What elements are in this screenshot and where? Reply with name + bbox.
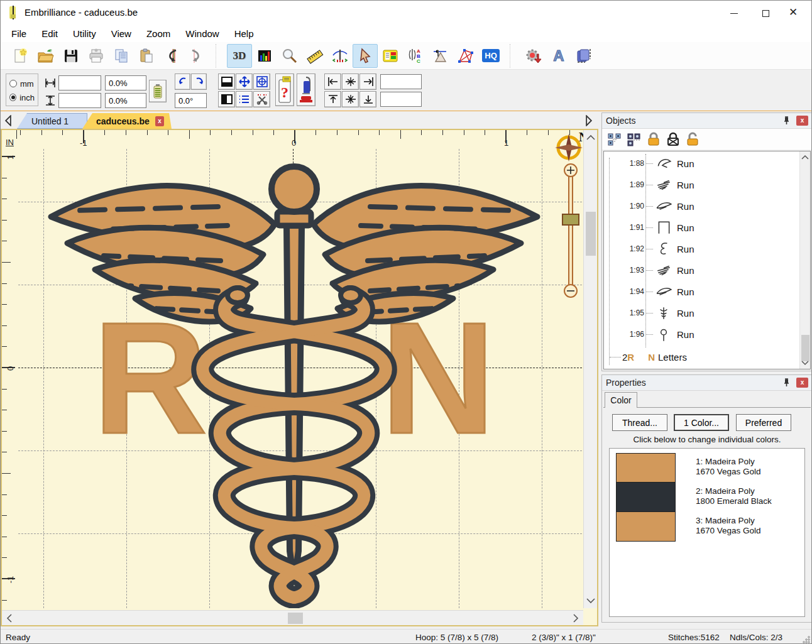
- objects-list[interactable]: 1:88Run1:89Run1:90Run1:91Run1:92Run1:93R…: [603, 151, 811, 369]
- color-sort-button[interactable]: [378, 44, 403, 68]
- menu-file[interactable]: File: [4, 26, 33, 41]
- scroll-left-icon[interactable]: [3, 611, 17, 626]
- rotate-ccw-button[interactable]: [175, 74, 190, 90]
- unit-inch-radio[interactable]: inch: [9, 90, 35, 104]
- align-right-button[interactable]: [359, 74, 376, 90]
- letters-button[interactable]: A: [546, 44, 571, 68]
- redo-button[interactable]: [184, 44, 209, 68]
- menu-view[interactable]: View: [104, 26, 138, 41]
- hoop-top-button[interactable]: [218, 74, 235, 90]
- canvas-hscrollbar[interactable]: [2, 610, 583, 625]
- h-spacing-input[interactable]: [380, 74, 422, 89]
- align-top-button[interactable]: [324, 91, 341, 107]
- caduceus-design[interactable]: R N: [18, 149, 582, 608]
- unlock-icon[interactable]: [685, 132, 700, 147]
- trim-button[interactable]: [253, 91, 270, 107]
- menu-utility[interactable]: Utility: [66, 26, 103, 41]
- maximize-button[interactable]: [751, 1, 780, 25]
- scroll-down-icon[interactable]: [584, 593, 598, 607]
- tab-color[interactable]: Color: [605, 392, 637, 408]
- minimize-button[interactable]: [720, 1, 749, 25]
- rotate-cw-button[interactable]: [191, 74, 207, 90]
- design-browser-button[interactable]: [571, 44, 596, 68]
- compass-rose-icon[interactable]: N: [554, 131, 586, 161]
- tab-untitled[interactable]: Untitled 1: [17, 113, 87, 129]
- color-list[interactable]: 1: Madeira Poly1670 Vegas Gold2: Madeira…: [609, 448, 805, 617]
- stitch-list-button[interactable]: [236, 91, 253, 107]
- v-spacing-input[interactable]: [380, 92, 422, 107]
- properties-close-icon[interactable]: x: [796, 378, 808, 388]
- canvas-vscrollbar[interactable]: [583, 130, 597, 608]
- objects-scrollbar[interactable]: [799, 151, 810, 369]
- print-button[interactable]: [84, 44, 109, 68]
- center-hoop-button[interactable]: [253, 74, 270, 90]
- color-row[interactable]: 1: Madeira Poly1670 Vegas Gold: [616, 453, 804, 483]
- scroll-up-icon[interactable]: [584, 131, 598, 145]
- object-list-item[interactable]: 1:89Run: [604, 174, 799, 195]
- stitch-generator-button[interactable]: [521, 44, 546, 68]
- color-swatch[interactable]: [616, 453, 676, 483]
- width-percent-input[interactable]: [105, 75, 146, 90]
- lettering-button[interactable]: ABC: [403, 44, 428, 68]
- group-icon[interactable]: [607, 132, 622, 147]
- density-button[interactable]: [149, 80, 167, 102]
- color-row[interactable]: 3: Madeira Poly1670 Vegas Gold: [616, 512, 804, 542]
- close-button[interactable]: ✕: [779, 1, 808, 25]
- density-graph-button[interactable]: [252, 44, 277, 68]
- pin-icon[interactable]: [781, 116, 791, 126]
- stitch-editor-button[interactable]: [327, 44, 353, 68]
- menu-edit[interactable]: Edit: [35, 26, 65, 41]
- stitch-cleanup-button[interactable]: [297, 74, 315, 106]
- vscroll-thumb[interactable]: [586, 212, 596, 256]
- zoom-slider[interactable]: [560, 163, 581, 298]
- unlock-all-icon[interactable]: [666, 132, 681, 147]
- unit-mm-radio[interactable]: mm: [9, 77, 35, 90]
- one-color-button[interactable]: 1 Color...: [674, 414, 729, 431]
- height-percent-input[interactable]: [105, 93, 146, 108]
- object-list-item[interactable]: 1:95Run: [604, 302, 799, 324]
- center-design-button[interactable]: [236, 74, 253, 90]
- color-swatch[interactable]: [616, 512, 676, 542]
- menu-window[interactable]: Window: [178, 26, 226, 41]
- undo-button[interactable]: [159, 44, 184, 68]
- object-list-item[interactable]: 1:88Run: [604, 153, 799, 174]
- hq-mode-button[interactable]: HQ: [478, 44, 503, 68]
- menu-zoom[interactable]: Zoom: [140, 26, 177, 41]
- zoom-slider-handle[interactable]: [562, 214, 579, 225]
- save-file-button[interactable]: [58, 44, 84, 68]
- hscroll-thumb[interactable]: [288, 613, 303, 624]
- lock-icon[interactable]: [646, 132, 661, 147]
- pin-icon[interactable]: [781, 378, 791, 388]
- thread-button[interactable]: Thread...: [612, 414, 667, 431]
- design-view[interactable]: R N: [18, 149, 582, 608]
- object-list-item[interactable]: 1:92Run: [604, 238, 799, 259]
- measure-tool-button[interactable]: [302, 44, 327, 68]
- copy-button[interactable]: [109, 44, 134, 68]
- object-list-item[interactable]: 1:90Run: [604, 195, 799, 217]
- rotation-input[interactable]: [175, 93, 207, 108]
- width-input[interactable]: [58, 75, 101, 90]
- menu-help[interactable]: Help: [228, 26, 261, 41]
- paste-button[interactable]: [134, 44, 159, 68]
- new-file-button[interactable]: [8, 44, 33, 68]
- resize-grip[interactable]: [803, 636, 810, 643]
- open-file-button[interactable]: [33, 44, 58, 68]
- create-design-button[interactable]: [428, 44, 453, 68]
- object-list-item[interactable]: 1:93Run: [604, 259, 799, 281]
- scroll-up-icon[interactable]: [800, 153, 810, 163]
- view-3d-button[interactable]: 3D: [227, 44, 252, 68]
- tab-scroll-right-icon[interactable]: [584, 115, 594, 126]
- color-row[interactable]: 2: Madeira Poly1800 Emerald Black: [616, 483, 804, 512]
- align-left-button[interactable]: [324, 74, 341, 90]
- align-bottom-button[interactable]: [359, 91, 376, 107]
- hoop-left-button[interactable]: [218, 91, 235, 107]
- object-letters-item[interactable]: 2R N Letters: [604, 347, 687, 366]
- tab-scroll-left-icon[interactable]: [3, 115, 13, 126]
- select-tool-button[interactable]: [353, 44, 378, 68]
- align-middle-button[interactable]: [342, 91, 359, 107]
- object-list-item[interactable]: 1:91Run: [604, 217, 799, 238]
- tab-close-icon[interactable]: x: [155, 116, 164, 126]
- ungroup-icon[interactable]: [627, 132, 642, 147]
- stitch-morph-button[interactable]: [453, 44, 478, 68]
- scroll-right-icon[interactable]: [568, 611, 582, 626]
